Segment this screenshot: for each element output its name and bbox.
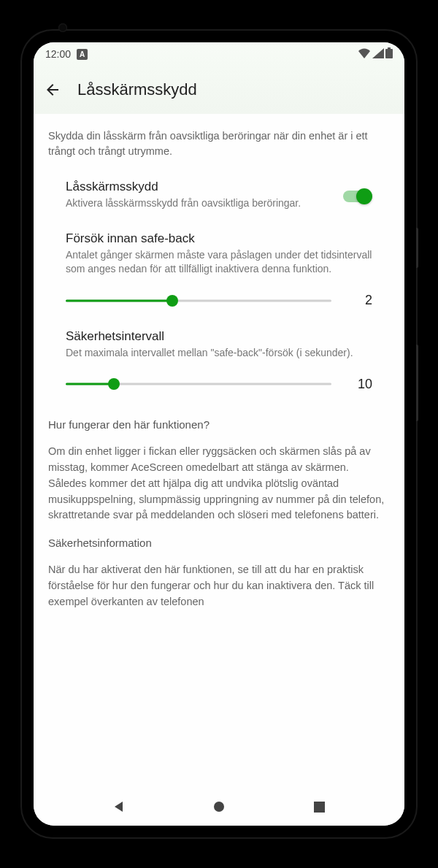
setting-guard-title: Låsskärmsskydd bbox=[66, 180, 331, 194]
setting-attempts-title: Försök innan safe-back bbox=[66, 231, 372, 246]
interval-slider[interactable] bbox=[66, 376, 331, 392]
setting-attempts-desc: Antalet gånger skärmen måste vara påslag… bbox=[66, 248, 372, 277]
info-para-how: Om din enhet ligger i fickan eller ryggs… bbox=[48, 444, 390, 523]
svg-rect-0 bbox=[388, 47, 391, 49]
setting-guard-desc: Aktivera låsskärmsskydd från oavsiktliga… bbox=[66, 196, 331, 211]
phone-frame: 12:00 A Låsskärmsskydd bbox=[22, 31, 416, 837]
page-title: Låsskärmsskydd bbox=[77, 80, 197, 99]
back-button[interactable] bbox=[44, 81, 61, 99]
status-time: 12:00 bbox=[45, 48, 71, 60]
svg-rect-3 bbox=[314, 802, 325, 813]
signal-icon bbox=[372, 48, 384, 61]
setting-guard: Låsskärmsskydd Aktivera låsskärmsskydd f… bbox=[48, 180, 390, 211]
info-heading-how: Hur fungerar den här funktionen? bbox=[48, 418, 390, 431]
guard-toggle[interactable] bbox=[343, 188, 372, 204]
setting-interval: Säkerhetsintervall Det maximala interval… bbox=[48, 329, 390, 393]
intro-text: Skydda din låsskärm från oavsiktliga ber… bbox=[48, 128, 390, 159]
svg-rect-1 bbox=[385, 49, 393, 58]
attempts-slider[interactable] bbox=[66, 293, 331, 309]
side-button-1 bbox=[416, 228, 418, 268]
attempts-value: 2 bbox=[352, 293, 372, 308]
nav-back-button[interactable] bbox=[110, 798, 128, 815]
nav-recent-button[interactable] bbox=[310, 798, 328, 815]
info-section: Hur fungerar den här funktionen? Om din … bbox=[48, 412, 390, 610]
status-bar: 12:00 A bbox=[34, 42, 404, 66]
lang-indicator-icon: A bbox=[77, 49, 88, 60]
setting-attempts: Försök innan safe-back Antalet gånger sk… bbox=[48, 231, 390, 309]
setting-interval-desc: Det maximala intervallet mellan "safe-ba… bbox=[66, 346, 372, 361]
nav-home-button[interactable] bbox=[210, 798, 228, 815]
info-para-safety: När du har aktiverat den här funktionen,… bbox=[48, 562, 390, 610]
interval-value: 10 bbox=[352, 377, 372, 392]
app-bar: Låsskärmsskydd bbox=[34, 66, 404, 114]
side-button-2 bbox=[416, 345, 418, 421]
svg-point-2 bbox=[214, 802, 224, 812]
wifi-icon bbox=[358, 48, 371, 61]
setting-interval-title: Säkerhetsintervall bbox=[66, 329, 372, 344]
nav-bar bbox=[34, 788, 404, 826]
front-camera bbox=[58, 23, 67, 32]
content-scroll[interactable]: Skydda din låsskärm från oavsiktliga ber… bbox=[34, 114, 404, 788]
screen: 12:00 A Låsskärmsskydd bbox=[34, 42, 404, 826]
info-heading-safety: Säkerhetsinformation bbox=[48, 537, 390, 549]
battery-icon bbox=[385, 47, 393, 61]
